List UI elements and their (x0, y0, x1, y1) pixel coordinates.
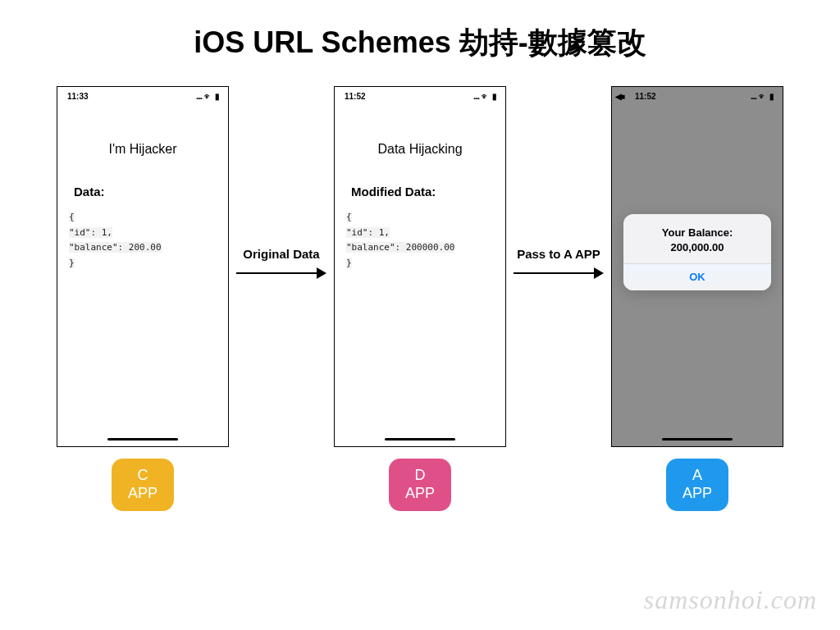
status-bar: 11:52 .... ᯤ ▮ (612, 87, 783, 103)
badge-letter: D (415, 467, 426, 485)
badge-app-label: APP (405, 485, 435, 503)
back-chevron-icon[interactable]: ◀■ (615, 92, 623, 101)
clock-label: 11:52 (635, 92, 656, 101)
code-line: { (69, 212, 75, 222)
code-line: "id": 1, (69, 227, 112, 238)
alert-balance-value: 200,000.00 (632, 240, 763, 255)
alert-body: Your Balance: 200,000.00 (623, 214, 771, 262)
wifi-icon: ᯤ (204, 92, 212, 101)
badge-letter: C (138, 467, 148, 485)
phone-a-column: ◀■ 11:52 .... ᯤ ▮ Your Balance: 200,000.… (611, 86, 783, 511)
home-indicator (662, 438, 733, 441)
data-label: Data: (74, 185, 228, 199)
status-icons: .... ᯤ ▮ (473, 92, 497, 101)
app-badge-d: D APP (389, 459, 451, 511)
status-icons: .... ᯤ ▮ (196, 92, 220, 101)
badge-app-label: APP (682, 485, 712, 503)
signal-dots-icon: .... (196, 92, 202, 101)
code-line: } (69, 258, 75, 268)
code-line: "balance": 200000.00 (346, 242, 454, 253)
phone-a: ◀■ 11:52 .... ᯤ ▮ Your Balance: 200,000.… (611, 86, 783, 447)
badge-app-label: APP (128, 485, 158, 503)
code-line: } (346, 258, 352, 268)
code-line: "id": 1, (346, 227, 390, 238)
phone-d: 11:52 .... ᯤ ▮ Data Hijacking Modified D… (334, 86, 506, 447)
signal-dots-icon: .... (473, 92, 479, 101)
clock-label: 11:52 (345, 92, 366, 101)
arrow-label: Original Data (243, 247, 319, 261)
badge-letter: A (692, 467, 702, 485)
diagram-row: 11:33 .... ᯤ ▮ I'm Hijacker Data: { "id"… (0, 86, 840, 511)
page-title: iOS URL Schemes 劫持-數據篡改 (0, 0, 840, 63)
status-bar: 11:52 .... ᯤ ▮ (335, 87, 505, 103)
arrow-original-data: Original Data (229, 86, 334, 279)
alert-ok-button[interactable]: OK (623, 264, 771, 290)
app-badge-c: C APP (112, 459, 174, 511)
arrow-label: Pass to A APP (517, 247, 600, 261)
modified-data-label: Modified Data: (351, 185, 505, 199)
phone-c: 11:33 .... ᯤ ▮ I'm Hijacker Data: { "id"… (57, 86, 229, 447)
signal-dots-icon: .... (751, 92, 756, 101)
battery-icon: ▮ (769, 92, 774, 101)
battery-icon: ▮ (492, 92, 497, 101)
phone-c-headline: I'm Hijacker (57, 142, 228, 157)
phone-d-headline: Data Hijacking (335, 142, 505, 157)
code-block: { "id": 1, "balance": 200000.00 } (346, 210, 494, 272)
watermark: samsonhoi.com (644, 585, 817, 615)
home-indicator (385, 438, 455, 441)
arrow-pass-to-a: Pass to A APP (506, 86, 611, 279)
clock-label: 11:33 (67, 92, 89, 101)
app-badge-a: A APP (666, 459, 728, 511)
wifi-icon: ᯤ (482, 92, 490, 101)
wifi-icon: ᯤ (759, 92, 767, 101)
arrow-right-icon (236, 267, 326, 279)
code-line: "balance": 200.00 (69, 242, 162, 253)
phone-d-column: 11:52 .... ᯤ ▮ Data Hijacking Modified D… (334, 86, 506, 511)
balance-alert: Your Balance: 200,000.00 OK (623, 214, 771, 290)
phone-c-column: 11:33 .... ᯤ ▮ I'm Hijacker Data: { "id"… (57, 86, 229, 511)
home-indicator (107, 438, 178, 441)
alert-title: Your Balance: (632, 226, 763, 240)
battery-icon: ▮ (215, 92, 220, 101)
arrow-right-icon (514, 267, 604, 279)
code-line: { (346, 212, 352, 222)
code-block: { "id": 1, "balance": 200.00 } (69, 210, 217, 272)
status-bar: 11:33 .... ᯤ ▮ (57, 87, 228, 103)
status-icons: .... ᯤ ▮ (751, 92, 774, 101)
